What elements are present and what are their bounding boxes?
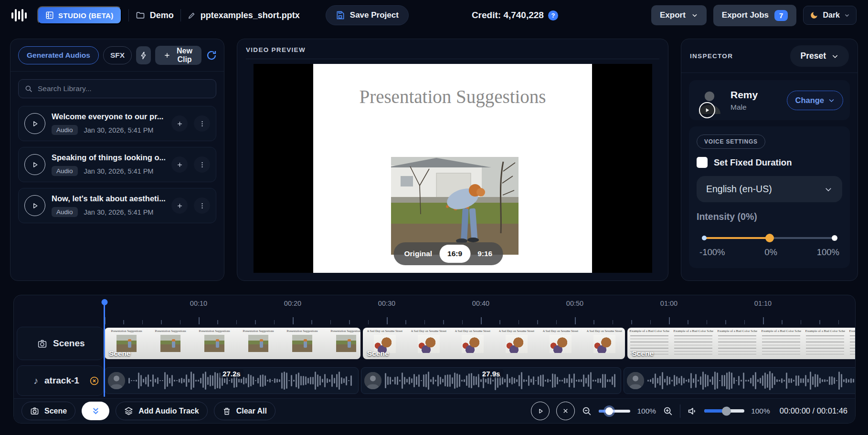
refresh-library-button[interactable] xyxy=(206,50,217,61)
lightning-icon xyxy=(139,52,148,60)
clip-title: Welcome everyone to our pr... xyxy=(52,112,165,121)
audio-track-header[interactable]: ♪ atrack-1 xyxy=(17,365,104,396)
slider-track-empty xyxy=(770,237,836,239)
inspector-heading: INSPECTOR xyxy=(690,52,733,60)
change-label: Change xyxy=(795,96,824,105)
quick-generate-button[interactable] xyxy=(136,46,151,64)
scene-clip[interactable]: Example of a Bad Color SchemeExample of … xyxy=(627,328,855,359)
ruler-tick xyxy=(519,320,519,324)
volume-slider[interactable] xyxy=(704,409,744,413)
play-clip-button[interactable] xyxy=(24,154,45,175)
file-name-field[interactable]: pptexamples_short.pptx xyxy=(188,10,300,21)
library-item[interactable]: Now, let's talk about aestheti... Audio … xyxy=(18,188,216,223)
mute-button[interactable] xyxy=(687,406,698,416)
preset-button[interactable]: Preset xyxy=(790,45,849,67)
chevron-down-icon xyxy=(844,12,850,18)
slider-track-filled xyxy=(703,237,770,239)
studio-beta-badge[interactable]: STUDIO (BETA) xyxy=(37,6,122,24)
scene-thumbnail: A Sad Day on Sesame Street xyxy=(540,329,582,358)
add-audio-track-button[interactable]: Add Audio Track xyxy=(116,402,208,420)
library-tab[interactable]: SFX xyxy=(103,46,132,64)
clear-all-button[interactable]: Clear All xyxy=(214,402,275,420)
add-scene-button[interactable]: Scene xyxy=(21,402,75,420)
export-jobs-button[interactable]: Export Jobs 7 xyxy=(713,5,797,26)
theme-toggle[interactable]: Dark xyxy=(803,6,857,25)
ruler-tick xyxy=(330,320,331,324)
add-clip-to-timeline-button[interactable] xyxy=(171,156,188,173)
ruler-tick xyxy=(424,320,425,324)
kebab-menu-icon xyxy=(199,120,206,127)
library-tab[interactable]: Generated Audios xyxy=(18,46,99,64)
export-button[interactable]: Export xyxy=(651,5,707,25)
scene-clip[interactable]: A Sad Day on Sesame StreetA Sad Day on S… xyxy=(363,328,625,359)
scene-thumbnail: A Sad Day on Sesame Street xyxy=(408,329,450,358)
play-icon xyxy=(31,120,39,128)
ruler-time-label: 01:10 xyxy=(754,300,772,307)
scene-thumbnails: A Sad Day on Sesame StreetA Sad Day on S… xyxy=(363,328,625,359)
library-item[interactable]: Speaking of things looking o... Audio Ja… xyxy=(18,147,216,182)
ruler-tick xyxy=(688,320,688,324)
zoom-in-button[interactable] xyxy=(663,406,673,416)
ruler-time-label: 00:40 xyxy=(472,300,489,307)
zoom-out-button[interactable] xyxy=(582,406,592,416)
export-jobs-count-badge: 7 xyxy=(774,10,788,21)
scene-clip[interactable]: Presentation SuggestionsPresentation Sug… xyxy=(105,328,360,359)
language-select[interactable]: English (en-US) xyxy=(697,176,842,202)
kebab-menu-icon xyxy=(199,202,206,209)
audio-clip[interactable] xyxy=(624,367,855,394)
play-button[interactable] xyxy=(531,402,550,420)
aspect-option[interactable]: Original xyxy=(398,245,439,262)
clip-menu-button[interactable] xyxy=(194,197,210,214)
zoom-slider-handle[interactable] xyxy=(605,407,613,415)
search-input[interactable] xyxy=(38,84,210,93)
timeline-toolbar: Scene Add Audio Track Clear All xyxy=(14,398,855,423)
scene-thumbnail: Example of a Bad Color Scheme xyxy=(672,329,714,358)
ruler-tick xyxy=(405,320,406,324)
intensity-slider-handle[interactable] xyxy=(765,234,774,242)
remove-track-button[interactable] xyxy=(89,376,99,386)
clip-menu-button[interactable] xyxy=(194,115,210,132)
clip-type-badge: Audio xyxy=(52,125,78,135)
aspect-option[interactable]: 16:9 xyxy=(439,245,470,263)
aspect-option[interactable]: 9:16 xyxy=(471,245,498,262)
clip-menu-button[interactable] xyxy=(194,156,210,173)
ruler-tick xyxy=(199,317,200,324)
audio-clip[interactable]: 27.2s xyxy=(105,367,359,394)
slider-min-dot xyxy=(702,236,707,240)
video-frame: Presentation Suggestions xyxy=(254,64,652,273)
audio-clip[interactable]: 27.9s xyxy=(361,367,622,394)
add-clip-to-timeline-button[interactable] xyxy=(171,197,188,214)
timeline-ruler[interactable]: 00:1000:2000:3000:4000:5001:0001:10 xyxy=(14,295,855,327)
project-name: Demo xyxy=(150,10,174,21)
collapse-tracks-button[interactable] xyxy=(82,402,109,420)
intensity-slider[interactable] xyxy=(703,234,836,242)
new-clip-button[interactable]: New Clip xyxy=(155,46,201,65)
library-item-list: Welcome everyone to our pr... Audio Jan … xyxy=(11,100,224,223)
ruler-time-label: 00:50 xyxy=(566,300,583,307)
scene-clip-label: Scene xyxy=(632,349,654,358)
scenes-track-header[interactable]: Scenes xyxy=(17,327,104,360)
credit-display: Credit: 4,740,228 ? xyxy=(472,10,558,21)
timeline-zoom-slider[interactable] xyxy=(599,410,630,413)
zoom-out-icon xyxy=(582,406,592,416)
ruler-tick xyxy=(349,320,350,324)
scene-thumbnail: Presentation Suggestions xyxy=(237,329,279,358)
change-voice-button[interactable]: Change xyxy=(787,91,843,110)
voice-sample-play-button[interactable] xyxy=(699,102,715,118)
voice-avatar-thumb xyxy=(627,372,644,389)
play-clip-button[interactable] xyxy=(24,195,45,216)
playhead[interactable] xyxy=(104,300,105,397)
save-project-button[interactable]: Save Project xyxy=(326,5,409,25)
file-name: pptexamples_short.pptx xyxy=(201,10,300,21)
credit-help-icon[interactable]: ? xyxy=(548,10,558,21)
breadcrumb-project[interactable]: Demo xyxy=(136,10,174,21)
volume-slider-handle[interactable] xyxy=(722,406,731,415)
play-clip-button[interactable] xyxy=(24,113,45,134)
library-search[interactable] xyxy=(18,79,216,98)
fixed-duration-checkbox[interactable] xyxy=(697,157,708,168)
add-clip-to-timeline-button[interactable] xyxy=(171,115,188,132)
ruler-tick xyxy=(180,320,181,324)
stop-button[interactable] xyxy=(556,402,575,420)
library-item[interactable]: Welcome everyone to our pr... Audio Jan … xyxy=(18,106,216,141)
audio-clips: 27.2s 27.9s xyxy=(105,366,855,395)
